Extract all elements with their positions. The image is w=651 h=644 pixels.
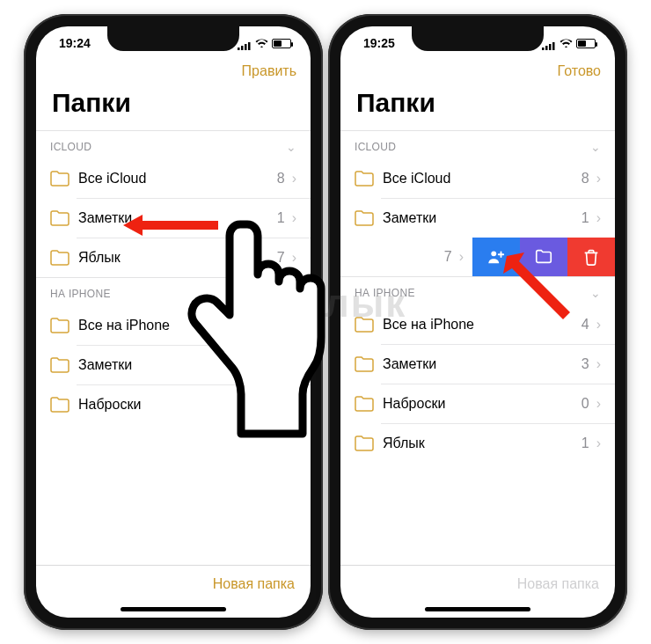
folder-row[interactable]: Заметки 3 › xyxy=(36,346,311,384)
folder-count: 8 xyxy=(277,171,285,187)
folder-count: 0 xyxy=(582,396,589,412)
folder-count: 1 xyxy=(277,210,285,226)
folder-icon xyxy=(50,318,69,333)
folder-icon xyxy=(355,396,374,412)
folder-row[interactable]: Наброски › xyxy=(36,385,311,424)
folder-row[interactable]: Все iCloud 8 › xyxy=(36,159,311,198)
folder-label: Все iCloud xyxy=(383,171,582,187)
folder-icon xyxy=(50,357,69,373)
chevron-right-icon: › xyxy=(596,396,601,412)
wifi-icon xyxy=(560,36,573,50)
folder-count: 3 xyxy=(582,356,589,372)
chevron-down-icon: ⌄ xyxy=(286,287,296,301)
folder-row[interactable]: Яблык 7 › xyxy=(36,238,311,277)
bottom-toolbar: Новая папка xyxy=(340,565,615,618)
folder-count: 4 xyxy=(277,318,285,333)
section-header-iphone[interactable]: НА IPHONE ⌄ xyxy=(36,277,311,306)
chevron-right-icon: › xyxy=(292,397,296,413)
section-label: НА IPHONE xyxy=(50,288,111,300)
battery-icon xyxy=(272,39,291,48)
section-header-icloud[interactable]: ICLOUD ⌄ xyxy=(36,130,311,159)
chevron-right-icon: › xyxy=(292,171,296,187)
home-indicator[interactable] xyxy=(425,607,530,611)
section-label: ICLOUD xyxy=(355,141,396,153)
folder-icon xyxy=(355,210,374,226)
share-person-button[interactable] xyxy=(472,238,520,276)
svg-rect-7 xyxy=(552,42,555,50)
chevron-right-icon: › xyxy=(596,171,601,187)
folder-icon xyxy=(355,317,374,333)
new-folder-button[interactable]: Новая папка xyxy=(213,576,295,592)
delete-button[interactable] xyxy=(567,238,615,276)
svg-rect-4 xyxy=(542,48,545,50)
notch xyxy=(412,26,544,51)
edit-button[interactable]: Править xyxy=(242,63,296,79)
svg-rect-6 xyxy=(549,44,552,50)
bottom-toolbar: Новая папка xyxy=(36,565,311,618)
chevron-down-icon: ⌄ xyxy=(590,140,601,154)
swipe-actions-row: 7 › xyxy=(340,238,615,276)
folder-label: Яблык xyxy=(383,435,582,451)
folder-label: Заметки xyxy=(78,210,277,226)
section-header-icloud[interactable]: ICLOUD ⌄ xyxy=(340,130,615,159)
folder-row[interactable]: Все iCloud 8 › xyxy=(340,159,615,198)
chevron-right-icon: › xyxy=(596,435,601,451)
folder-row[interactable]: Яблык 1 › xyxy=(340,424,615,463)
svg-rect-3 xyxy=(248,42,251,50)
folder-row[interactable]: Заметки 3 › xyxy=(340,345,615,384)
chevron-right-icon: › xyxy=(596,210,601,226)
folder-row[interactable]: Заметки 1 › xyxy=(340,199,615,238)
section-header-iphone[interactable]: НА IPHONE ⌄ xyxy=(340,276,615,305)
folder-icon xyxy=(355,435,374,451)
new-folder-button: Новая папка xyxy=(517,576,599,592)
folder-label: Заметки xyxy=(78,357,277,373)
chevron-right-icon: › xyxy=(292,318,296,333)
wifi-icon xyxy=(255,36,268,50)
signal-icon xyxy=(238,39,252,48)
folder-count: 7 xyxy=(277,250,285,266)
folder-icon xyxy=(50,210,69,226)
folder-label: Все iCloud xyxy=(78,171,277,187)
chevron-right-icon: › xyxy=(292,357,296,373)
phone-right: 19:25 Готово Папки ICLOUD ⌄ Все iCloud 8… xyxy=(328,14,627,630)
page-title: Папки xyxy=(340,86,615,130)
signal-icon xyxy=(542,39,556,48)
move-folder-button[interactable] xyxy=(520,238,567,276)
done-button[interactable]: Готово xyxy=(558,63,601,79)
chevron-right-icon: › xyxy=(292,250,296,266)
svg-rect-0 xyxy=(238,48,240,50)
svg-rect-1 xyxy=(241,46,244,50)
chevron-down-icon: ⌄ xyxy=(590,286,601,300)
chevron-right-icon: › xyxy=(459,249,464,265)
svg-point-8 xyxy=(491,251,496,256)
chevron-right-icon: › xyxy=(596,317,601,333)
section-label: ICLOUD xyxy=(50,141,91,153)
folder-count: 8 xyxy=(582,171,589,187)
folder-row[interactable]: Все на iPhone 4 › xyxy=(36,306,311,345)
folder-label: Все на iPhone xyxy=(383,317,582,333)
folder-row[interactable]: Заметки 1 › xyxy=(36,199,311,238)
folder-icon xyxy=(355,171,374,187)
chevron-down-icon: ⌄ xyxy=(286,140,296,154)
folder-count: 1 xyxy=(582,210,589,226)
phone-left: 19:24 Править Папки ICLOUD ⌄ Все iCloud … xyxy=(24,14,323,630)
folder-icon xyxy=(50,171,69,187)
folder-label: Наброски xyxy=(383,396,582,412)
folder-row[interactable]: Наброски 0 › xyxy=(340,384,615,423)
svg-rect-2 xyxy=(245,44,247,50)
folder-label: Заметки xyxy=(383,356,582,372)
home-indicator[interactable] xyxy=(121,607,226,611)
folder-icon xyxy=(50,250,69,266)
folder-count: 7 xyxy=(444,249,452,265)
status-time: 19:25 xyxy=(363,36,395,50)
folder-count: 4 xyxy=(582,317,589,333)
folder-count: 3 xyxy=(277,357,285,373)
chevron-right-icon: › xyxy=(292,210,296,226)
folder-label: Яблык xyxy=(78,250,277,266)
folder-label: Все на iPhone xyxy=(78,318,277,333)
folder-row[interactable]: Все на iPhone 4 › xyxy=(340,305,615,344)
page-title: Папки xyxy=(36,86,311,130)
folder-count: 1 xyxy=(582,435,589,451)
section-label: НА IPHONE xyxy=(355,287,415,299)
folder-icon xyxy=(50,397,69,413)
